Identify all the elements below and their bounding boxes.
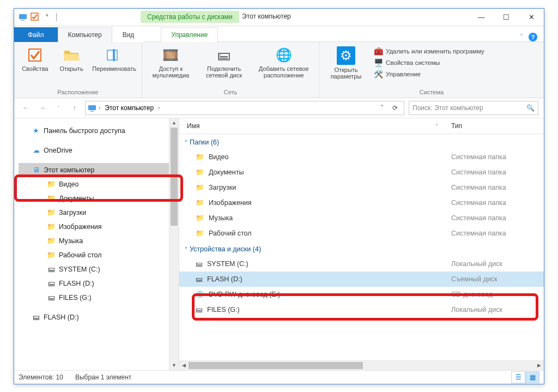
back-button[interactable]: ← — [20, 102, 32, 114]
refresh-button[interactable]: ⟳ — [389, 102, 402, 114]
status-count: Элементов: 10 — [19, 373, 63, 381]
scroll-thumb[interactable] — [171, 128, 178, 226]
optical-drive-icon: 💿 — [196, 290, 204, 298]
view-icons-button[interactable]: ▦ — [525, 371, 539, 383]
svg-rect-7 — [90, 111, 94, 112]
status-bar: Элементов: 10 Выбран 1 элемент ☰ ▦ — [14, 370, 544, 384]
item-videos[interactable]: 📁ВидеоСистемная папка — [179, 149, 544, 165]
nav-bar: ← → ˅ ↑ › Этот компьютер › ˅ ⟳ Поиск: Эт… — [14, 98, 544, 118]
tree-thispc[interactable]: 🖥Этот компьютер — [19, 163, 169, 177]
svg-rect-4 — [107, 50, 117, 60]
tab-view[interactable]: Вид — [112, 27, 145, 42]
item-system-c[interactable]: 🖴SYSTEM (C:)Локальный диск — [179, 256, 544, 272]
open-settings-button[interactable]: ⚙ Открыть параметры — [324, 45, 368, 81]
svg-rect-0 — [19, 14, 27, 19]
up-button[interactable]: ↑ — [69, 102, 81, 114]
tree-downloads[interactable]: 📁Загрузки — [19, 206, 169, 220]
recent-dropdown[interactable]: ˅ — [52, 102, 64, 114]
ribbon-group-network: Сеть — [147, 88, 314, 97]
scroll-left-icon[interactable]: ◀ — [179, 361, 189, 370]
minimize-button[interactable]: — — [469, 9, 494, 26]
title-bar: ▾ │ Этот компьютер — ☐ ✕ Средства работы… — [14, 9, 544, 26]
search-input[interactable]: Поиск: Этот компьютер 🔍 — [409, 101, 538, 115]
tree-pictures[interactable]: 📁Изображения — [19, 220, 169, 234]
tree-desktop[interactable]: 📁Рабочий стол — [19, 248, 169, 262]
tree-system-c[interactable]: 🖴SYSTEM (C:) — [19, 262, 169, 276]
tree-flash-d-root[interactable]: 🖴FLASH (D:) — [19, 310, 169, 324]
drive-icon: 🖴 — [47, 293, 56, 302]
group-folders[interactable]: ˅Папки (6) — [179, 134, 544, 149]
ribbon-group-system: Система — [324, 88, 539, 97]
folder-icon: 📁 — [47, 237, 56, 245]
item-downloads[interactable]: 📁ЗагрузкиСистемная папка — [179, 180, 544, 195]
maximize-button[interactable]: ☐ — [494, 9, 519, 26]
hscroll-thumb[interactable] — [189, 362, 363, 369]
ribbon-tabs: Файл Компьютер Вид Управление ˄ ? — [14, 26, 544, 41]
breadcrumb-thispc[interactable]: Этот компьютер — [102, 103, 156, 113]
item-pictures[interactable]: 📁ИзображенияСистемная папка — [179, 195, 544, 210]
drive-icon: 🖴 — [47, 265, 56, 274]
address-bar[interactable]: › Этот компьютер › ˅ ⟳ — [85, 101, 404, 115]
tree-files-g[interactable]: 🖴FILES (G:) — [19, 291, 169, 305]
item-documents[interactable]: 📁ДокументыСистемная папка — [179, 165, 544, 180]
map-drive-button[interactable]: 🖴 Подключить сетевой диск — [198, 45, 250, 80]
chevron-down-icon: ˅ — [185, 140, 187, 146]
scroll-down-icon[interactable]: ▼ — [169, 361, 179, 370]
forward-button[interactable]: → — [36, 102, 48, 114]
folder-icon: 📁 — [47, 180, 56, 189]
search-icon: 🔍 — [526, 104, 535, 112]
thispc-icon — [88, 104, 96, 112]
folder-icon: 📁 — [196, 153, 204, 161]
svg-rect-6 — [88, 105, 96, 110]
context-tab-header: Средства работы с дисками — [141, 11, 239, 23]
item-files-g[interactable]: 🖴FILES (G:)Локальный диск — [179, 302, 544, 317]
tab-drive-manage[interactable]: Управление — [161, 27, 218, 42]
close-button[interactable]: ✕ — [519, 9, 544, 26]
help-icon[interactable]: ? — [529, 33, 537, 41]
pc-icon: 🖥 — [32, 166, 40, 174]
item-music[interactable]: 📁МузыкаСистемная папка — [179, 210, 544, 226]
drive-icon: 🖴 — [196, 260, 203, 268]
tab-computer[interactable]: Компьютер — [58, 27, 112, 42]
rename-button[interactable]: Переименовать — [91, 45, 137, 74]
content-hscroll[interactable]: ◀ ▶ — [179, 360, 544, 370]
tree-documents[interactable]: 📁Документы — [19, 191, 169, 206]
folder-icon: 📁 — [196, 198, 204, 207]
scroll-up-icon[interactable]: ▲ — [169, 118, 179, 128]
manage-button[interactable]: 🛠️Управление — [372, 69, 487, 80]
tree-onedrive[interactable]: ☁OneDrive — [19, 143, 169, 158]
uninstall-button[interactable]: 🧰Удалить или изменить программу — [372, 46, 487, 57]
properties-button[interactable]: Свойства — [19, 45, 52, 74]
tree-music[interactable]: 📁Музыка — [19, 234, 169, 248]
svg-rect-3 — [29, 49, 41, 61]
group-drives[interactable]: ˅Устройства и диски (4) — [179, 241, 544, 256]
view-details-button[interactable]: ☰ — [511, 371, 525, 383]
system-props-button[interactable]: 🖥️Свойства системы — [372, 58, 487, 69]
svg-rect-2 — [31, 13, 38, 20]
open-button[interactable]: Открыть — [55, 45, 88, 74]
tree-flash-d[interactable]: 🖴FLASH (D:) — [19, 276, 169, 291]
item-flash-d[interactable]: 🖴FLASH (D:)Съемный диск — [179, 272, 544, 287]
folder-icon: 📁 — [47, 222, 56, 231]
tree-videos[interactable]: 📁Видео — [19, 177, 169, 191]
qat-checkbox-icon[interactable] — [31, 13, 39, 21]
collapse-ribbon-icon[interactable]: ˄ — [520, 33, 523, 41]
status-selection: Выбран 1 элемент — [75, 373, 131, 381]
qat-dropdown-icon[interactable]: ▾ — [43, 13, 51, 21]
usb-drive-icon: 🖴 — [32, 313, 40, 322]
column-name[interactable]: Имя — [179, 122, 449, 130]
tree-scrollbar[interactable]: ▲ ▼ — [169, 118, 179, 370]
address-dropdown[interactable]: ˅ — [375, 102, 389, 114]
item-dvd-e[interactable]: 💿DVD RW дисковод (E:)CD-дисковод — [179, 287, 544, 302]
cloud-icon: ☁ — [32, 146, 40, 155]
tree-quick-access[interactable]: ★Панель быстрого доступа — [19, 124, 169, 138]
tab-file[interactable]: Файл — [14, 27, 58, 42]
svg-rect-5 — [113, 49, 115, 61]
column-type[interactable]: Тип — [449, 122, 544, 130]
drive-icon: 🖴 — [47, 279, 56, 288]
add-network-button[interactable]: 🌐 Добавить сетевое расположение — [253, 45, 314, 80]
media-access-button[interactable]: 🎞️ Доступ к мультимедиа — [147, 45, 195, 80]
ribbon: Свойства Открыть Переименовать Расположе… — [14, 41, 544, 98]
scroll-right-icon[interactable]: ▶ — [535, 361, 544, 370]
item-desktop[interactable]: 📁Рабочий столСистемная папка — [179, 226, 544, 241]
